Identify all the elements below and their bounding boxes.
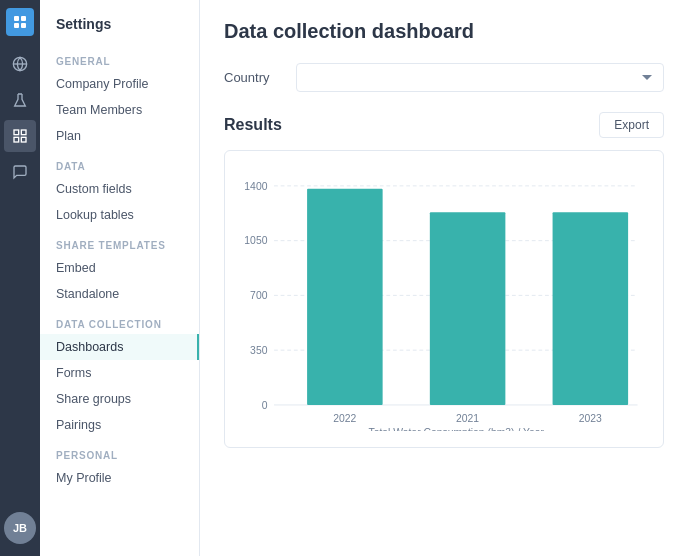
- user-avatar[interactable]: JB: [4, 512, 36, 544]
- main-content: Data collection dashboard Country Result…: [200, 0, 688, 556]
- svg-text:2021: 2021: [456, 413, 479, 424]
- chat-icon[interactable]: [4, 156, 36, 188]
- section-label: GENERAL: [40, 44, 199, 71]
- left-nav: Settings GENERALCompany ProfileTeam Memb…: [40, 0, 200, 556]
- nav-item-forms[interactable]: Forms: [40, 360, 199, 386]
- svg-text:1400: 1400: [244, 181, 267, 192]
- section-label: SHARE TEMPLATES: [40, 228, 199, 255]
- nav-item-custom-fields[interactable]: Custom fields: [40, 176, 199, 202]
- country-filter-label: Country: [224, 70, 284, 85]
- svg-rect-2: [14, 23, 19, 28]
- nav-section: DATACustom fieldsLookup tables: [40, 149, 199, 228]
- nav-section: SHARE TEMPLATESEmbedStandalone: [40, 228, 199, 307]
- nav-section: DATA COLLECTIONDashboardsFormsShare grou…: [40, 307, 199, 438]
- country-select[interactable]: [296, 63, 664, 92]
- svg-text:2023: 2023: [579, 413, 602, 424]
- globe-icon[interactable]: [4, 48, 36, 80]
- flask-icon[interactable]: [4, 84, 36, 116]
- section-label: DATA: [40, 149, 199, 176]
- page-title: Data collection dashboard: [224, 20, 664, 43]
- svg-rect-3: [21, 23, 26, 28]
- svg-text:1050: 1050: [244, 235, 267, 246]
- chart-container: 1400 1050 700 350 0 2022 2021 2023 Total…: [224, 150, 664, 448]
- nav-item-plan[interactable]: Plan: [40, 123, 199, 149]
- nav-item-team-members[interactable]: Team Members: [40, 97, 199, 123]
- svg-text:Total Water Consumption (hm3) : Total Water Consumption (hm3) / Year: [369, 427, 545, 431]
- icon-sidebar: JB: [0, 0, 40, 556]
- nav-item-lookup-tables[interactable]: Lookup tables: [40, 202, 199, 228]
- svg-rect-21: [430, 212, 506, 405]
- bar-chart: 1400 1050 700 350 0 2022 2021 2023 Total…: [241, 167, 647, 431]
- nav-title: Settings: [40, 16, 199, 44]
- grid-icon[interactable]: [4, 120, 36, 152]
- svg-rect-9: [21, 137, 26, 142]
- svg-rect-20: [307, 189, 383, 405]
- svg-rect-7: [21, 130, 26, 135]
- nav-item-pairings[interactable]: Pairings: [40, 412, 199, 438]
- nav-section: GENERALCompany ProfileTeam MembersPlan: [40, 44, 199, 149]
- results-title: Results: [224, 116, 282, 134]
- svg-rect-8: [14, 137, 19, 142]
- results-header: Results Export: [224, 112, 664, 138]
- svg-text:0: 0: [262, 400, 268, 411]
- svg-rect-22: [553, 212, 629, 405]
- svg-rect-6: [14, 130, 19, 135]
- section-label: DATA COLLECTION: [40, 307, 199, 334]
- svg-rect-0: [14, 16, 19, 21]
- export-button[interactable]: Export: [599, 112, 664, 138]
- nav-item-company-profile[interactable]: Company Profile: [40, 71, 199, 97]
- nav-item-share-groups[interactable]: Share groups: [40, 386, 199, 412]
- filter-row: Country: [224, 63, 664, 92]
- svg-rect-1: [21, 16, 26, 21]
- nav-item-embed[interactable]: Embed: [40, 255, 199, 281]
- svg-text:2022: 2022: [333, 413, 356, 424]
- app-logo: [6, 8, 34, 36]
- section-label: PERSONAL: [40, 438, 199, 465]
- nav-item-standalone[interactable]: Standalone: [40, 281, 199, 307]
- svg-text:350: 350: [250, 345, 268, 356]
- nav-section: PERSONALMy Profile: [40, 438, 199, 491]
- nav-item-my-profile[interactable]: My Profile: [40, 465, 199, 491]
- svg-text:700: 700: [250, 290, 268, 301]
- nav-item-dashboards[interactable]: Dashboards: [40, 334, 199, 360]
